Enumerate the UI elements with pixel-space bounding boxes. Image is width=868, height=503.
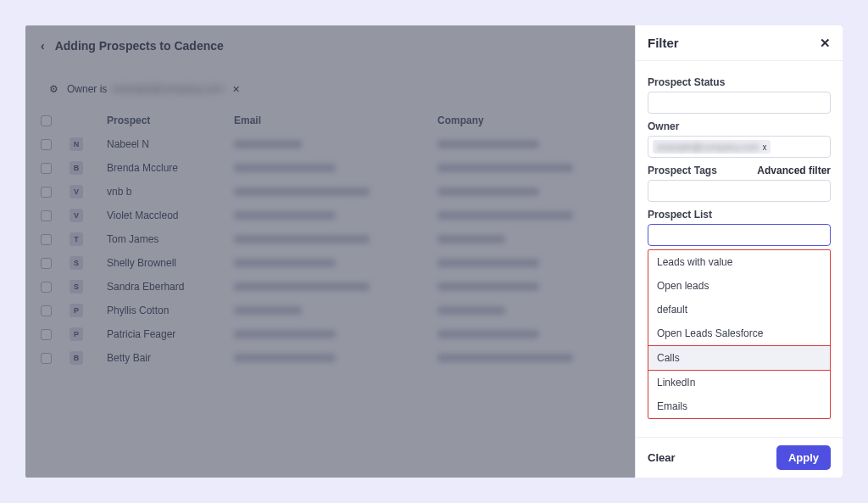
clear-button[interactable]: Clear — [648, 451, 676, 464]
row-checkbox[interactable] — [41, 329, 52, 340]
avatar: T — [70, 232, 83, 246]
page-title: Adding Prospects to Cadence — [55, 39, 224, 53]
filter-panel: Filter ✕ Prospect Status Owner example@c… — [635, 25, 843, 478]
prospect-list-option[interactable]: Emails — [648, 394, 830, 418]
row-checkbox[interactable] — [41, 187, 52, 198]
prospect-name: Violet Maccleod — [107, 210, 234, 221]
company-cell — [437, 235, 505, 243]
company-cell — [437, 330, 539, 338]
prospect-name: Phyllis Cotton — [107, 305, 234, 316]
close-icon[interactable]: ✕ — [820, 36, 831, 51]
column-email: Email — [234, 115, 437, 126]
row-checkbox[interactable] — [41, 139, 52, 150]
prospect-name: Shelly Brownell — [107, 257, 234, 269]
email-cell — [234, 282, 370, 291]
prospect-list-option[interactable]: default — [648, 298, 830, 321]
column-prospect: Prospect — [107, 115, 234, 126]
prospect-name: Nabeel N — [107, 138, 234, 150]
prospect-name: Brenda Mcclure — [107, 162, 234, 174]
prospect-tags-input[interactable] — [648, 180, 831, 202]
row-checkbox[interactable] — [41, 305, 52, 316]
filter-icon: ⚙ — [49, 83, 58, 95]
prospect-name: Sandra Eberhard — [107, 281, 234, 293]
company-cell — [437, 282, 539, 291]
email-cell — [234, 306, 302, 315]
company-cell — [437, 259, 539, 267]
label-owner: Owner — [648, 120, 831, 132]
row-checkbox[interactable] — [41, 163, 52, 174]
prospect-list-option[interactable]: Leads with value — [648, 250, 830, 274]
prospect-list-option[interactable]: LinkedIn — [648, 370, 830, 394]
email-cell — [234, 235, 370, 243]
avatar: P — [70, 327, 83, 341]
prospect-name: Betty Bair — [107, 352, 234, 364]
row-checkbox[interactable] — [41, 258, 52, 269]
company-cell — [437, 187, 539, 196]
prospect-status-input[interactable] — [648, 92, 831, 114]
row-checkbox[interactable] — [41, 210, 52, 221]
avatar: S — [70, 256, 83, 270]
row-checkbox[interactable] — [41, 353, 52, 364]
filter-panel-title: Filter — [648, 36, 679, 50]
prospect-name: Patricia Feager — [107, 328, 234, 340]
prospect-list-option[interactable]: Calls — [648, 345, 830, 370]
apply-button[interactable]: Apply — [776, 445, 831, 470]
avatar: V — [70, 185, 83, 198]
label-prospect-tags: Prospect Tags — [648, 165, 717, 176]
email-cell — [234, 140, 302, 148]
avatar: V — [70, 209, 83, 222]
avatar: P — [70, 304, 83, 317]
owner-input[interactable]: example@company.com x — [648, 136, 831, 158]
advanced-filter-link[interactable]: Advanced filter — [757, 165, 831, 176]
label-prospect-list: Prospect List — [648, 209, 831, 221]
prospect-list-option[interactable]: Open Leads Salesforce — [648, 321, 830, 345]
filter-chip-value: example@company.com — [112, 83, 223, 95]
row-checkbox[interactable] — [41, 282, 52, 293]
filter-chip-remove-icon[interactable]: ✕ — [232, 84, 240, 95]
email-cell — [234, 164, 336, 172]
avatar: B — [70, 351, 83, 365]
filter-chip-prefix: Owner is — [67, 83, 107, 95]
company-cell — [437, 164, 573, 172]
prospect-list-input[interactable] — [648, 224, 831, 246]
owner-chip: example@company.com x — [653, 140, 771, 154]
email-cell — [234, 354, 336, 362]
company-cell — [437, 211, 573, 220]
owner-chip-remove-icon[interactable]: x — [762, 143, 766, 152]
label-prospect-status: Prospect Status — [648, 76, 831, 88]
company-cell — [437, 306, 505, 315]
avatar: B — [70, 161, 83, 175]
email-cell — [234, 187, 370, 196]
company-cell — [437, 354, 573, 362]
back-icon[interactable]: ‹ — [41, 39, 45, 53]
email-cell — [234, 259, 336, 267]
company-cell — [437, 140, 539, 148]
prospect-list-option[interactable]: Open leads — [648, 274, 830, 298]
prospect-name: vnb b — [107, 186, 234, 198]
owner-chip-value: example@company.com — [657, 142, 759, 152]
avatar: N — [70, 137, 83, 151]
prospect-list-dropdown: Leads with valueOpen leadsdefaultOpen Le… — [648, 249, 831, 419]
email-cell — [234, 330, 336, 338]
prospect-name: Tom James — [107, 233, 234, 245]
avatar: S — [70, 280, 83, 293]
row-checkbox[interactable] — [41, 234, 52, 245]
select-all-checkbox[interactable] — [41, 115, 52, 126]
email-cell — [234, 211, 336, 220]
